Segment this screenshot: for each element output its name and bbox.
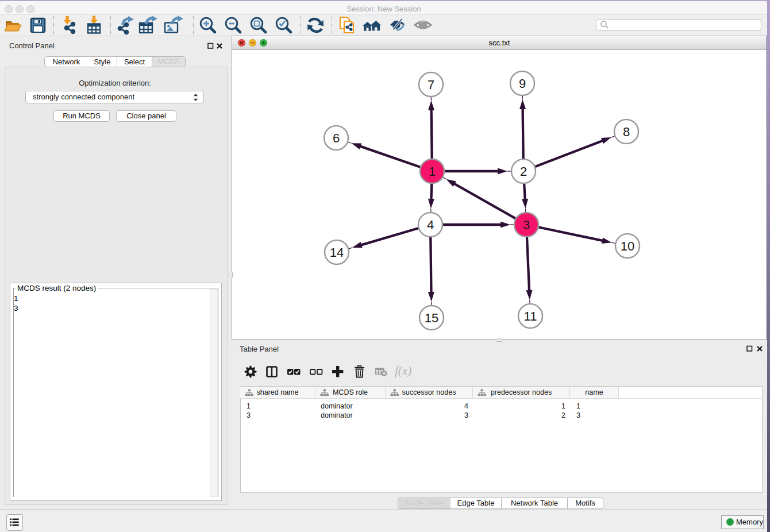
- svg-text:3: 3: [523, 218, 530, 232]
- svg-text:15: 15: [425, 311, 438, 325]
- svg-text:14: 14: [330, 245, 344, 260]
- svg-text:6: 6: [333, 131, 340, 145]
- svg-text:1: 1: [429, 164, 436, 179]
- svg-text:4: 4: [427, 218, 434, 232]
- svg-text:2: 2: [520, 164, 527, 179]
- svg-text:7: 7: [428, 78, 434, 92]
- svg-text:10: 10: [621, 239, 634, 253]
- svg-text:9: 9: [519, 76, 526, 91]
- svg-text:11: 11: [524, 309, 537, 323]
- svg-text:8: 8: [623, 125, 630, 139]
